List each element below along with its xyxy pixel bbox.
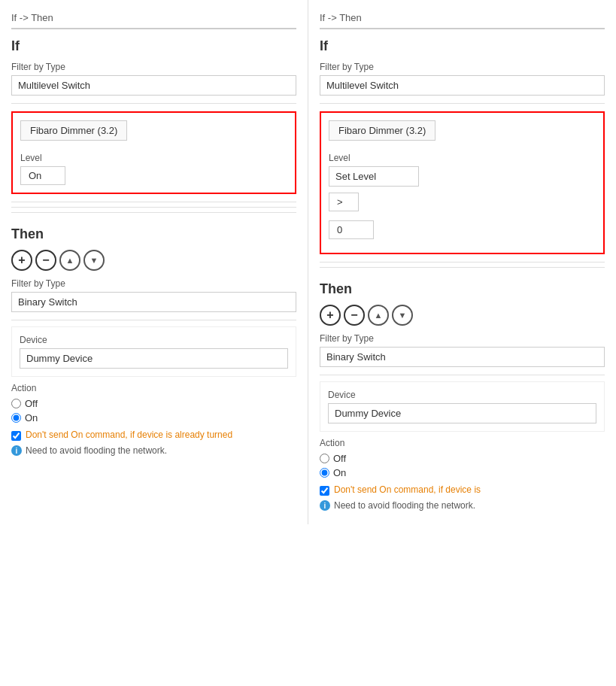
left-radio-off[interactable]: Off [11, 398, 296, 409]
right-level-select[interactable]: Set Level [329, 166, 419, 187]
right-level-label: Level [329, 153, 596, 163]
right-checkbox-text: Don't send On command, if device is [334, 484, 481, 495]
left-then-section: Then + − ▲ ▼ Filter by Type Binary Switc… [11, 226, 296, 456]
left-down-button[interactable]: ▼ [83, 250, 105, 271]
right-then-title: Then [320, 281, 605, 297]
left-action-label: Action [11, 383, 296, 393]
left-radio-on-input[interactable] [11, 413, 21, 423]
left-radio-off-label: Off [25, 398, 38, 409]
left-device-section: Device Dummy Device [11, 326, 296, 377]
right-add-button[interactable]: + [320, 305, 341, 326]
left-up-button[interactable]: ▲ [59, 250, 80, 271]
left-filter-select[interactable]: Multilevel Switch [11, 75, 296, 96]
right-action-section: Action Off On Don't send On command, if … [320, 438, 605, 511]
right-device-section: Device Dummy Device [320, 381, 605, 432]
left-if-title: If [11, 38, 296, 54]
left-then-filter-section: Filter by Type Binary Switch [11, 278, 296, 312]
left-action-buttons: + − ▲ ▼ [11, 250, 296, 271]
right-device-label: Device [328, 390, 596, 400]
right-then-filter-section: Filter by Type Binary Switch [320, 333, 605, 367]
right-radio-on[interactable]: On [320, 467, 605, 478]
left-checkbox[interactable] [11, 431, 21, 441]
right-device-input[interactable]: Dummy Device [328, 403, 596, 423]
left-info-text: Need to avoid flooding the network. [26, 445, 167, 456]
left-filter-section: Filter by Type Multilevel Switch [11, 62, 296, 96]
right-if-config-box: Fibaro Dimmer (3.2) Level Set Level > 0 [320, 111, 605, 254]
right-info-text: Need to avoid flooding the network. [334, 500, 475, 511]
left-remove-button[interactable]: − [35, 250, 56, 271]
right-then-filter-label: Filter by Type [320, 333, 605, 344]
right-filter-section: Filter by Type Multilevel Switch [320, 62, 605, 96]
left-add-button[interactable]: + [11, 250, 32, 271]
left-radio-off-input[interactable] [11, 399, 21, 408]
right-action-label: Action [320, 438, 605, 448]
right-radio-group: Off On [320, 453, 605, 478]
right-radio-off[interactable]: Off [320, 453, 605, 464]
left-filter-label: Filter by Type [11, 62, 296, 72]
left-checkbox-row: Don't send On command, if device is alre… [11, 430, 296, 441]
right-up-button[interactable]: ▲ [368, 305, 389, 326]
left-action-section: Action Off On Don't send On command, if … [11, 383, 296, 456]
left-if-config-box: Fibaro Dimmer (3.2) Level On [11, 111, 296, 194]
right-panel: If -> Then If Filter by Type Multilevel … [308, 0, 616, 524]
right-info-row: i Need to avoid flooding the network. [320, 500, 605, 511]
left-panel: If -> Then If Filter by Type Multilevel … [0, 0, 308, 524]
left-radio-group: Off On [11, 398, 296, 423]
left-level-value[interactable]: On [20, 166, 65, 185]
right-info-icon: i [320, 500, 330, 511]
left-then-title: Then [11, 226, 296, 242]
right-checkbox-row: Don't send On command, if device is [320, 484, 605, 496]
left-info-row: i Need to avoid flooding the network. [11, 445, 296, 456]
right-device-button[interactable]: Fibaro Dimmer (3.2) [329, 120, 435, 141]
left-level-label: Level [20, 153, 287, 163]
right-filter-select[interactable]: Multilevel Switch [320, 75, 605, 96]
right-radio-on-label: On [333, 467, 346, 478]
left-info-icon: i [11, 445, 22, 456]
right-operator-box[interactable]: > [329, 193, 359, 211]
left-then-filter-select[interactable]: Binary Switch [11, 292, 296, 312]
right-level-number[interactable]: 0 [329, 220, 374, 239]
right-checkbox[interactable] [320, 486, 329, 496]
right-then-filter-select[interactable]: Binary Switch [320, 347, 605, 367]
left-radio-on-label: On [25, 412, 38, 423]
left-checkbox-text: Don't send On command, if device is alre… [26, 430, 232, 440]
right-down-button[interactable]: ▼ [392, 305, 413, 326]
right-radio-off-label: Off [333, 453, 346, 464]
right-remove-button[interactable]: − [344, 305, 365, 326]
left-device-label: Device [20, 335, 288, 345]
left-device-button[interactable]: Fibaro Dimmer (3.2) [20, 120, 127, 141]
right-if-then-bar: If -> Then [320, 8, 605, 29]
left-radio-on[interactable]: On [11, 412, 296, 423]
left-then-filter-label: Filter by Type [11, 278, 296, 289]
right-then-section: Then + − ▲ ▼ Filter by Type Binary Switc… [320, 281, 605, 511]
right-action-buttons: + − ▲ ▼ [320, 305, 605, 326]
left-if-then-bar: If -> Then [11, 8, 296, 29]
right-radio-on-input[interactable] [320, 468, 329, 478]
right-radio-off-input[interactable] [320, 454, 329, 463]
right-if-title: If [320, 38, 605, 54]
right-filter-label: Filter by Type [320, 62, 605, 72]
left-device-input[interactable]: Dummy Device [20, 348, 288, 369]
